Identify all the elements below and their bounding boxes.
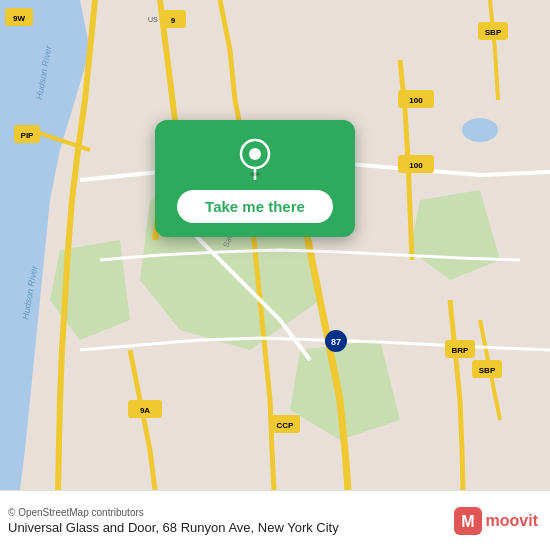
svg-point-34	[249, 148, 261, 160]
svg-text:SBP: SBP	[485, 28, 502, 37]
take-me-there-button[interactable]: Take me there	[177, 190, 333, 223]
svg-text:100: 100	[409, 161, 423, 170]
svg-point-2	[462, 118, 498, 142]
moovit-logo: M moovit	[454, 507, 538, 535]
osm-copyright: © OpenStreetMap contributors	[8, 507, 144, 518]
navigation-card: Take me there	[155, 120, 355, 237]
svg-text:9: 9	[171, 16, 176, 25]
location-pin-icon	[233, 136, 277, 180]
bottom-info: © OpenStreetMap contributors Universal G…	[8, 507, 339, 535]
svg-text:87: 87	[331, 337, 341, 347]
moovit-icon: M	[454, 507, 482, 535]
svg-point-35	[250, 172, 260, 176]
svg-text:M: M	[461, 513, 474, 530]
map-container: 9W 9 US 100 100 87 9A BRP SBP SBP PIP CC…	[0, 0, 550, 490]
svg-text:PIP: PIP	[21, 131, 35, 140]
map-background: 9W 9 US 100 100 87 9A BRP SBP SBP PIP CC…	[0, 0, 550, 490]
svg-text:SBP: SBP	[479, 366, 496, 375]
moovit-label: moovit	[486, 512, 538, 530]
address-label: Universal Glass and Door, 68 Runyon Ave,…	[8, 520, 339, 535]
svg-text:9W: 9W	[13, 14, 25, 23]
svg-text:BRP: BRP	[452, 346, 470, 355]
svg-text:100: 100	[409, 96, 423, 105]
bottom-bar: © OpenStreetMap contributors Universal G…	[0, 490, 550, 550]
svg-text:US: US	[148, 16, 158, 23]
osm-attribution: © OpenStreetMap contributors	[8, 507, 339, 518]
svg-text:CCP: CCP	[277, 421, 295, 430]
svg-text:9A: 9A	[140, 406, 150, 415]
